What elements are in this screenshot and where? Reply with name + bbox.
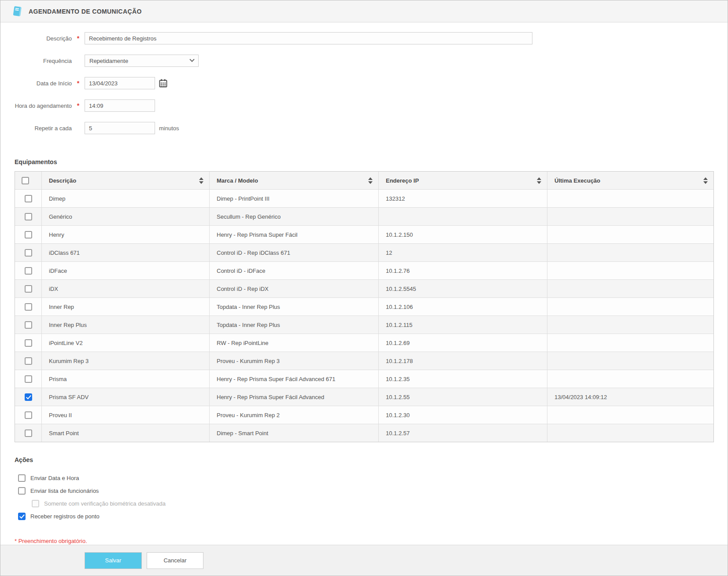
cell-marca-modelo: Control iD - iDFace (209, 262, 378, 279)
data-inicio-input[interactable] (85, 77, 155, 89)
column-header-ultima-execucao[interactable]: Última Execução (547, 172, 713, 189)
form-row-descricao: Descrição * (0, 32, 728, 44)
cell-endereco-ip: 10.1.2.5545 (378, 280, 547, 297)
row-checkbox[interactable] (25, 231, 32, 238)
action-checkbox[interactable] (18, 513, 26, 520)
action-checkbox[interactable] (18, 474, 26, 482)
cell-descricao: Henry (41, 226, 209, 243)
descricao-label: Descrição (0, 35, 72, 42)
cell-descricao: Genérico (41, 208, 209, 225)
equipment-table-row: iDFace Control iD - iDFace 10.1.2.76 (15, 261, 713, 279)
cell-marca-modelo: Topdata - Inner Rep Plus (209, 316, 378, 334)
cell-descricao: Kurumim Rep 3 (41, 352, 209, 370)
cell-descricao: Prisma (41, 370, 209, 388)
save-button[interactable]: Salvar (85, 552, 142, 569)
cell-endereco-ip: 10.1.2.178 (378, 352, 547, 370)
row-checkbox[interactable] (25, 321, 32, 329)
equipment-table-row: Kurumim Rep 3 Proveu - Kurumim Rep 3 10.… (15, 352, 713, 370)
equipamentos-section-title: Equipamentos (15, 158, 728, 165)
cell-ultima-execucao: 13/04/2023 14:09:12 (547, 388, 713, 406)
required-footnote: * Preenchimento obrigatório. (15, 538, 728, 544)
cancel-button[interactable]: Cancelar (147, 552, 203, 569)
cell-ultima-execucao (547, 244, 713, 261)
cell-descricao: iDFace (41, 262, 209, 279)
equipment-table-row: iPointLine V2 RW - Rep iPointLine 10.1.2… (15, 334, 713, 352)
calendar-icon[interactable] (159, 79, 167, 88)
frequencia-selected-value: Repetidamente (89, 58, 128, 64)
row-checkbox[interactable] (25, 375, 32, 383)
cell-descricao: iDClass 671 (41, 244, 209, 261)
cell-endereco-ip: 10.1.2.30 (378, 406, 547, 424)
row-checkbox[interactable] (25, 249, 32, 257)
action-label: Enviar Data e Hora (30, 475, 79, 481)
row-checkbox[interactable] (25, 339, 32, 347)
repetir-label: Repetir a cada (0, 125, 72, 132)
action-checkbox[interactable] (18, 487, 26, 495)
cell-descricao: iPointLine V2 (41, 334, 209, 352)
descricao-input[interactable] (85, 32, 532, 44)
page-title: AGENDAMENTO DE COMUNICAÇÃO (29, 8, 142, 15)
action-checkbox-row: Somente com verificação biométrica desat… (0, 500, 728, 507)
cell-endereco-ip: 12 (378, 244, 547, 261)
frequencia-select[interactable]: Repetidamente (85, 55, 199, 67)
cell-marca-modelo: Dimep - PrintPoint III (209, 190, 378, 207)
column-header-marca-modelo[interactable]: Marca / Modelo (209, 172, 378, 189)
cell-marca-modelo: Control iD - Rep iDX (209, 280, 378, 297)
cell-ultima-execucao (547, 226, 713, 243)
row-checkbox[interactable] (25, 285, 32, 293)
cell-endereco-ip: 10.1.2.115 (378, 316, 547, 334)
row-checkbox[interactable] (25, 357, 32, 365)
action-checkbox-row: Receber registros de ponto (0, 513, 728, 520)
action-label: Enviar lista de funcionários (30, 488, 99, 494)
equipment-table-row: Henry Henry - Rep Prisma Super Fácil 10.… (15, 225, 713, 243)
schedule-form: Descrição * Frequência Repetidamente Dat… (0, 32, 728, 144)
column-header-descricao[interactable]: Descrição (41, 172, 209, 189)
row-checkbox[interactable] (25, 303, 32, 311)
cell-endereco-ip: 10.1.2.35 (378, 370, 547, 388)
row-checkbox[interactable] (25, 411, 32, 419)
cell-marca-modelo: Dimep - Smart Point (209, 424, 378, 442)
row-checkbox[interactable] (25, 429, 32, 437)
cell-marca-modelo: RW - Rep iPointLine (209, 334, 378, 352)
equipment-table-row: iDClass 671 Control iD - Rep iDClass 671… (15, 243, 713, 261)
hora-input[interactable] (85, 99, 155, 112)
cell-descricao: Inner Rep (41, 298, 209, 316)
cell-marca-modelo: Henry - Rep Prisma Super Fácil Advanced (209, 388, 378, 406)
equipment-table: Descrição Marca / Modelo Endereço IP Últ… (15, 171, 714, 442)
acoes-section-title: Ações (15, 456, 728, 463)
sort-icon (703, 177, 708, 184)
cell-endereco-ip: 132312 (378, 190, 547, 207)
column-header-endereco-ip[interactable]: Endereço IP (378, 172, 547, 189)
cell-marca-modelo: Proveu - Kurumim Rep 3 (209, 352, 378, 370)
row-checkbox[interactable] (25, 213, 32, 220)
equipment-table-row: Inner Rep Plus Topdata - Inner Rep Plus … (15, 316, 713, 334)
form-row-hora: Hora do agendamento * (0, 99, 728, 112)
hora-label: Hora do agendamento (0, 103, 72, 109)
cell-ultima-execucao (547, 424, 713, 442)
cell-marca-modelo: Henry - Rep Prisma Super Fácil Advanced … (209, 370, 378, 388)
row-checkbox[interactable] (25, 267, 32, 275)
select-all-checkbox[interactable] (22, 177, 29, 184)
cell-marca-modelo: Secullum - Rep Genérico (209, 208, 378, 225)
repetir-input[interactable] (85, 122, 155, 134)
row-checkbox[interactable] (25, 393, 32, 401)
cell-marca-modelo: Proveu - Kurumim Rep 2 (209, 406, 378, 424)
row-checkbox[interactable] (25, 195, 32, 202)
equipment-table-row: Prisma Henry - Rep Prisma Super Fácil Ad… (15, 370, 713, 388)
cell-descricao: Prisma SF ADV (41, 388, 209, 406)
equipment-table-row: Dimep Dimep - PrintPoint III 132312 (15, 189, 713, 207)
action-checkbox-row: Enviar Data e Hora (0, 474, 728, 482)
action-checkbox[interactable] (32, 500, 39, 507)
sort-icon (537, 177, 541, 184)
action-label: Somente com verificação biométrica desat… (44, 500, 166, 507)
form-row-frequencia: Frequência Repetidamente (0, 55, 728, 67)
equipment-table-row: Proveu II Proveu - Kurumim Rep 2 10.1.2.… (15, 406, 713, 424)
cell-endereco-ip: 10.1.2.57 (378, 424, 547, 442)
required-asterisk: * (72, 35, 85, 42)
cell-ultima-execucao (547, 262, 713, 279)
cell-ultima-execucao (547, 370, 713, 388)
equipment-table-row: Prisma SF ADV Henry - Rep Prisma Super F… (15, 388, 713, 406)
select-all-cell (15, 172, 41, 189)
cell-endereco-ip (378, 208, 547, 225)
action-checkbox-row: Enviar lista de funcionários (0, 487, 728, 495)
